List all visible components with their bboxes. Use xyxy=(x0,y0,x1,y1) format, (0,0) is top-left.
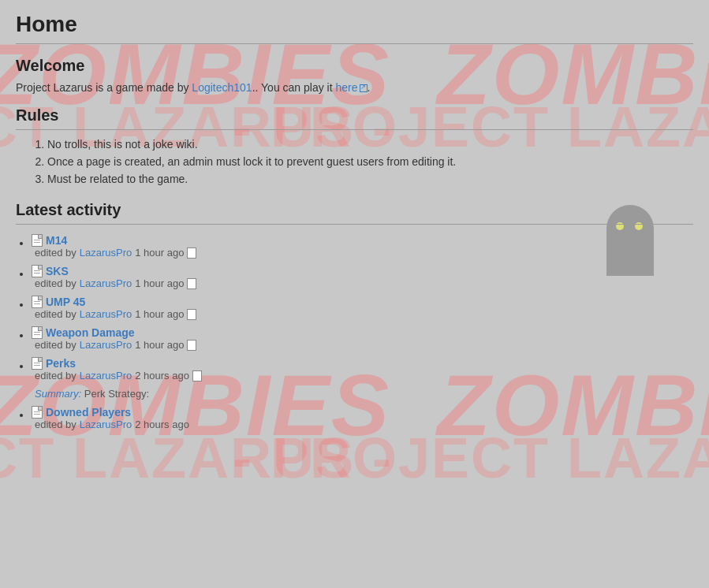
activity-link-m14[interactable]: M14 xyxy=(46,234,67,247)
editor-link-weapon-damage[interactable]: LazarusPro xyxy=(80,339,132,351)
meta-doc-icon-sks xyxy=(187,278,196,289)
summary-perks: Summary: Perk Strategy: xyxy=(35,388,693,400)
welcome-text-before-author: Project Lazarus is a game made by xyxy=(16,81,192,94)
meta-doc-icon-ump45 xyxy=(187,309,196,320)
rule-item-2: Once a page is created, an admin must lo… xyxy=(47,155,693,168)
doc-icon-m14 xyxy=(32,234,43,247)
rules-heading: Rules xyxy=(16,106,693,130)
activity-link-ump45[interactable]: UMP 45 xyxy=(46,296,85,308)
activity-meta-downed-players: edited by LazarusPro 2 hours ago xyxy=(35,419,693,430)
time-ago-weapon-damage: 1 hour ago xyxy=(135,339,184,351)
activity-meta-m14: edited by LazarusPro 1 hour ago xyxy=(35,247,693,259)
edited-by-label-m14: edited by xyxy=(35,247,76,259)
time-ago-m14: 1 hour ago xyxy=(135,247,184,259)
author-link[interactable]: Logitech101 xyxy=(192,81,252,94)
rule-item-1: No trolls, this is not a joke wiki. xyxy=(47,138,693,151)
meta-doc-icon-weapon-damage xyxy=(187,340,196,351)
summary-text-perks: Perk Strategy: xyxy=(84,388,149,400)
play-link[interactable]: here xyxy=(336,81,358,94)
activity-meta-ump45: edited by LazarusPro 1 hour ago xyxy=(35,308,693,320)
welcome-section: Welcome Project Lazarus is a game made b… xyxy=(16,57,693,94)
editor-link-m14[interactable]: LazarusPro xyxy=(80,247,132,259)
doc-icon-sks xyxy=(32,265,43,277)
welcome-text: Project Lazarus is a game made by Logite… xyxy=(16,81,693,94)
rule-item-3: Must be related to the game. xyxy=(47,173,693,185)
page-title: Home xyxy=(16,12,693,44)
activity-link-downed-players[interactable]: Downed Players xyxy=(46,406,131,419)
editor-link-perks[interactable]: LazarusPro xyxy=(80,370,132,381)
activity-list: M14 edited by LazarusPro 1 hour ago SKS xyxy=(16,234,693,430)
activity-item-downed-players: Downed Players edited by LazarusPro 2 ho… xyxy=(32,406,693,430)
activity-item-m14: M14 edited by LazarusPro 1 hour ago xyxy=(32,234,693,259)
activity-link-sks[interactable]: SKS xyxy=(46,265,69,277)
activity-heading: Latest activity xyxy=(16,201,693,225)
doc-icon-perks xyxy=(32,357,43,370)
activity-item-perks: Perks edited by LazarusPro 2 hours ago S… xyxy=(32,357,693,400)
edited-by-label-weapon-damage: edited by xyxy=(35,339,76,351)
time-ago-downed-players: 2 hours ago xyxy=(135,419,189,430)
activity-item-ump45: UMP 45 edited by LazarusPro 1 hour ago xyxy=(32,296,693,320)
edited-by-label-downed-players: edited by xyxy=(35,419,76,430)
doc-icon-ump45 xyxy=(32,296,43,308)
activity-meta-sks: edited by LazarusPro 1 hour ago xyxy=(35,277,693,289)
activity-meta-perks: edited by LazarusPro 2 hours ago xyxy=(35,370,693,381)
edited-by-label-ump45: edited by xyxy=(35,308,76,320)
meta-doc-icon-m14 xyxy=(187,247,196,259)
edited-by-label-sks: edited by xyxy=(35,277,76,289)
play-link-external xyxy=(360,84,368,92)
rules-section: Rules No trolls, this is not a joke wiki… xyxy=(16,106,693,185)
time-ago-ump45: 1 hour ago xyxy=(135,308,184,320)
activity-link-weapon-damage[interactable]: Weapon Damage xyxy=(46,326,135,339)
activity-section: Latest activity M14 edited by LazarusPro… xyxy=(16,201,693,430)
summary-label: Summary: xyxy=(35,388,81,400)
rules-list: No trolls, this is not a joke wiki. Once… xyxy=(16,138,693,185)
editor-link-sks[interactable]: LazarusPro xyxy=(80,277,132,289)
doc-icon-weapon-damage xyxy=(32,326,43,339)
edited-by-label-perks: edited by xyxy=(35,370,76,381)
welcome-text-before-link: . You can play it xyxy=(256,81,336,94)
editor-link-ump45[interactable]: LazarusPro xyxy=(80,308,132,320)
time-ago-sks: 1 hour ago xyxy=(135,277,184,289)
welcome-heading: Welcome xyxy=(16,57,693,75)
doc-icon-downed-players xyxy=(32,406,43,419)
main-content: Home Welcome Project Lazarus is a game m… xyxy=(0,0,709,448)
editor-link-downed-players[interactable]: LazarusPro xyxy=(80,419,132,430)
activity-item-weapon-damage: Weapon Damage edited by LazarusPro 1 hou… xyxy=(32,326,693,351)
activity-link-perks[interactable]: Perks xyxy=(46,357,76,370)
activity-item-sks: SKS edited by LazarusPro 1 hour ago xyxy=(32,265,693,289)
time-ago-perks: 2 hours ago xyxy=(135,370,189,381)
activity-meta-weapon-damage: edited by LazarusPro 1 hour ago xyxy=(35,339,693,351)
play-link-period: . xyxy=(368,81,371,94)
meta-doc-icon-perks xyxy=(192,370,202,381)
